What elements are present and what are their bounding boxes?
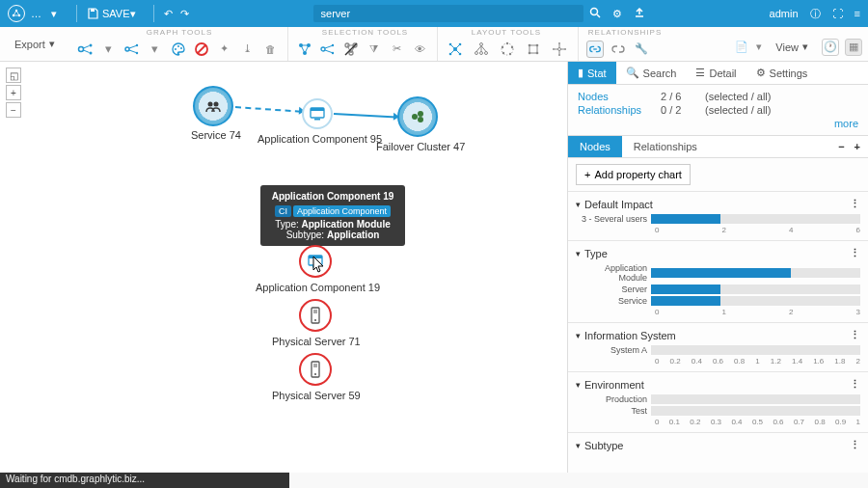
selection-tools-group: SELECTION TOOLS ⧩ ✂ 👁 xyxy=(288,27,438,61)
save-icon xyxy=(87,8,98,19)
node-tool-icon[interactable] xyxy=(77,41,95,58)
hamburger-icon[interactable]: ≡ xyxy=(854,8,860,19)
layout-tree-icon[interactable] xyxy=(472,41,492,58)
tab-stat[interactable]: ▮Stat xyxy=(568,62,616,84)
svg-point-68 xyxy=(314,373,316,375)
svg-point-35 xyxy=(485,51,488,54)
star-icon[interactable]: ✦ xyxy=(216,41,233,58)
chart-row: 3 - Several users xyxy=(576,214,860,224)
chevron-down-icon[interactable]: ▾ xyxy=(100,41,118,58)
document-icon[interactable]: 📄 xyxy=(733,39,750,56)
admin-label[interactable]: admin xyxy=(770,8,799,19)
search-input[interactable] xyxy=(313,5,583,22)
eye-icon[interactable]: 👁 xyxy=(412,41,429,58)
download-icon[interactable]: ⤓ xyxy=(239,41,257,58)
chart-tick: 0.5 xyxy=(752,418,763,426)
layout-circle-icon[interactable] xyxy=(498,41,518,58)
tooltip-title: Application Component 19 xyxy=(268,191,397,202)
clear-selection-icon[interactable] xyxy=(342,41,360,58)
selection-tools-label: SELECTION TOOLS xyxy=(322,28,408,37)
layout-grid-icon[interactable] xyxy=(524,41,544,58)
fullscreen-icon[interactable]: ⛶ xyxy=(832,8,843,19)
node-physsrv71[interactable] xyxy=(299,299,332,332)
chevron-down-icon[interactable]: ▾ xyxy=(576,441,581,450)
gears-icon[interactable]: ⚙ xyxy=(612,8,622,20)
tab-detail[interactable]: ☰Detail xyxy=(686,62,746,84)
node-physsrv59[interactable] xyxy=(299,353,332,386)
link-tool-icon[interactable] xyxy=(586,41,604,58)
svg-point-20 xyxy=(321,47,325,51)
chart-menu-icon[interactable]: ⋮ xyxy=(850,198,860,210)
menu-caret-icon[interactable]: ▾ xyxy=(51,8,57,20)
cut-icon[interactable]: ✂ xyxy=(389,41,406,58)
chart-bar xyxy=(651,268,791,278)
node-service74[interactable] xyxy=(193,86,233,126)
top-header: … ▾ SAVE ▾ ↶ ↷ ⚙ admin ⓘ ⛶ ≡ xyxy=(0,0,868,27)
search-icon[interactable] xyxy=(589,7,601,20)
wrench-icon[interactable]: 🔧 xyxy=(633,41,650,58)
info-icon[interactable]: ⓘ xyxy=(810,7,821,21)
chevron-down-icon[interactable]: ▾ xyxy=(576,331,581,340)
clock-icon[interactable]: 🕐 xyxy=(822,39,839,56)
chart-category-label: Production xyxy=(576,394,651,404)
select-all-icon[interactable] xyxy=(296,41,313,58)
info-more-link[interactable]: more xyxy=(705,118,858,129)
chart-tick: 0.8 xyxy=(814,418,825,426)
node-failover47[interactable] xyxy=(397,96,438,137)
chevron-down-icon: ▾ xyxy=(130,8,136,20)
minus-icon[interactable]: − xyxy=(838,141,844,152)
tab-settings[interactable]: ⚙Settings xyxy=(746,62,818,84)
node-label-appcomp19: Application Component 19 xyxy=(256,282,380,293)
fit-icon[interactable]: ◱ xyxy=(6,68,21,83)
chart-menu-icon[interactable]: ⋮ xyxy=(850,329,860,341)
chevron-down-icon[interactable]: ▾ xyxy=(576,200,581,209)
zoom-in-icon[interactable]: + xyxy=(6,85,21,100)
node-appcomp95[interactable] xyxy=(302,98,333,129)
chart-row: Test xyxy=(576,406,860,416)
layout-radial-icon[interactable] xyxy=(550,41,570,58)
save-button[interactable]: SAVE ▾ xyxy=(87,8,136,20)
chart-menu-icon[interactable]: ⋮ xyxy=(850,378,860,391)
sidebar-toggle-icon[interactable]: ▦ xyxy=(845,39,862,56)
filter-icon[interactable]: ⧩ xyxy=(366,41,383,58)
plus-icon[interactable]: + xyxy=(854,141,860,152)
tooltip-type-label: Type: xyxy=(275,219,298,230)
info-rel-value: 0 / 2 xyxy=(661,104,699,116)
svg-point-48 xyxy=(564,48,566,50)
chart-tick: 1 xyxy=(755,357,759,366)
export-button[interactable]: Export ▾ xyxy=(6,34,64,54)
tooltip-subtype-value: Application xyxy=(327,230,379,240)
chart-menu-icon[interactable]: ⋮ xyxy=(850,439,860,451)
node-appcomp19[interactable] xyxy=(299,245,332,278)
side-panel: ▮Stat 🔍Search ☰Detail ⚙Settings Nodes 2 … xyxy=(567,62,868,473)
layout-force-icon[interactable] xyxy=(446,41,466,58)
chevron-down-icon[interactable]: ▾ xyxy=(576,249,581,258)
chart-menu-icon[interactable]: ⋮ xyxy=(850,247,860,259)
graph-canvas[interactable]: ◱ + − Service 74 Application Component 9… xyxy=(0,62,567,473)
upload-icon[interactable] xyxy=(634,7,645,20)
sub-tabs: Nodes Relationships − + xyxy=(568,135,868,158)
trash-icon[interactable]: 🗑 xyxy=(262,41,280,58)
app-logo-icon[interactable] xyxy=(8,5,25,22)
select-chain-icon[interactable] xyxy=(319,41,337,58)
branch-tool-icon[interactable] xyxy=(123,41,141,58)
palette-icon[interactable] xyxy=(170,41,187,58)
redo-icon[interactable]: ↷ xyxy=(180,8,189,20)
svg-point-7 xyxy=(89,43,92,46)
info-rel-link[interactable]: Relationships xyxy=(578,104,655,116)
view-button[interactable]: View ▾ xyxy=(768,38,816,56)
subtab-relationships[interactable]: Relationships xyxy=(622,136,709,157)
zoom-out-icon[interactable]: − xyxy=(6,102,21,118)
chevron-down-icon[interactable]: ▾ xyxy=(756,41,762,53)
chevron-down-icon[interactable]: ▾ xyxy=(576,380,581,390)
add-property-chart-button[interactable]: + Add property chart xyxy=(576,164,691,185)
info-nodes-link[interactable]: Nodes xyxy=(578,91,655,102)
forbid-icon[interactable] xyxy=(193,41,210,58)
link-edit-icon[interactable] xyxy=(610,41,627,58)
chevron-down-icon[interactable]: ▾ xyxy=(147,41,164,58)
undo-icon[interactable]: ↶ xyxy=(164,8,173,20)
menu-dots-icon[interactable]: … xyxy=(31,8,41,19)
subtab-nodes[interactable]: Nodes xyxy=(568,136,622,157)
tab-search[interactable]: 🔍Search xyxy=(616,62,687,84)
info-rel-note: (selected / all) xyxy=(705,104,858,116)
